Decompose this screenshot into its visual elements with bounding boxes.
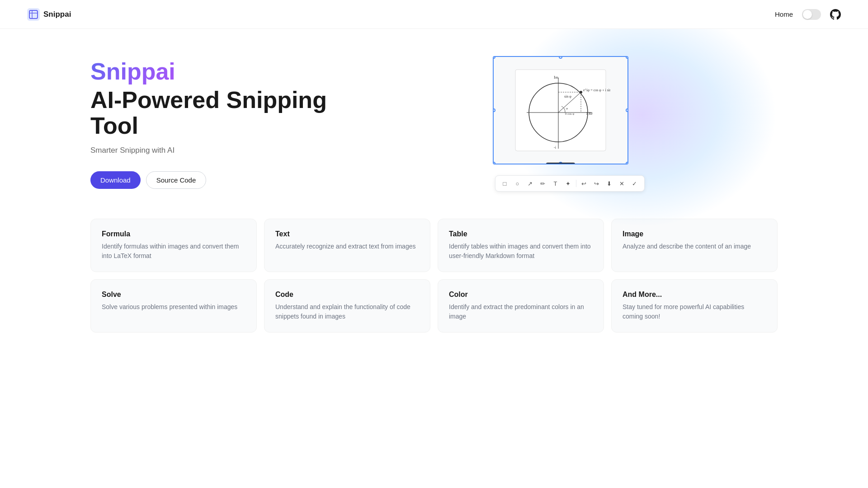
- feature-card-color: Color Identify and extract the predomina…: [438, 279, 604, 333]
- nav-home-link[interactable]: Home: [775, 10, 793, 18]
- svg-text:sin φ: sin φ: [564, 94, 571, 99]
- hero-buttons: Download Source Code: [90, 171, 362, 189]
- toolbar-undo-icon[interactable]: ↩: [579, 178, 589, 188]
- math-diagram: Im e^iφ = cos φ + i sin φ sin φ 0 cos φ …: [511, 65, 610, 155]
- feature-title: Image: [623, 230, 766, 238]
- toolbar-circle-icon[interactable]: ○: [513, 178, 523, 188]
- handle-tr[interactable]: [626, 56, 628, 59]
- feature-title: Color: [449, 291, 593, 299]
- snip-preview: Im e^iφ = cos φ + i sin φ sin φ 0 cos φ …: [493, 56, 646, 192]
- toolbar-redo-icon[interactable]: ↪: [592, 178, 602, 188]
- theme-toggle-knob: [803, 10, 812, 19]
- download-button[interactable]: Download: [90, 171, 141, 189]
- hero-brand: Snippai: [90, 58, 175, 84]
- feature-title: Solve: [102, 291, 245, 299]
- toolbar-magic-icon[interactable]: ✦: [563, 178, 573, 188]
- feature-desc: Understand and explain the functionality…: [275, 302, 419, 321]
- toolbar-rect-icon[interactable]: □: [500, 178, 510, 188]
- feature-desc: Solve various problems presented within …: [102, 302, 245, 312]
- feature-title: Code: [275, 291, 419, 299]
- feature-card-table: Table Identify tables within images and …: [438, 219, 604, 272]
- logo-area[interactable]: Snippai: [27, 8, 71, 21]
- theme-toggle[interactable]: [802, 9, 821, 20]
- toolbar-check-icon[interactable]: ✓: [630, 178, 640, 188]
- feature-desc: Analyze and describe the content of an i…: [623, 242, 766, 251]
- svg-text:1  Re: 1 Re: [586, 112, 593, 116]
- feature-desc: Identify formulas within images and conv…: [102, 242, 245, 261]
- dimension-badge: 237 × 236: [546, 163, 575, 164]
- feature-card-image: Image Analyze and describe the content o…: [611, 219, 778, 272]
- svg-text:0  cos φ: 0 cos φ: [565, 112, 574, 116]
- hero-subtitle: Smarter Snipping with AI: [90, 146, 362, 155]
- toolbar-arrow-icon[interactable]: ↗: [525, 178, 535, 188]
- handle-br[interactable]: [626, 162, 628, 164]
- github-icon[interactable]: [830, 9, 841, 20]
- handle-tl[interactable]: [493, 56, 495, 59]
- hero-image-area: Im e^iφ = cos φ + i sin φ sin φ 0 cos φ …: [362, 56, 778, 192]
- app-name: Snippai: [43, 10, 71, 19]
- hero-content: Snippai AI-Powered Snipping Tool Smarter…: [90, 59, 362, 189]
- toolbar-download-icon[interactable]: ⬇: [604, 178, 614, 188]
- feature-desc: Identify tables within images and conver…: [449, 242, 593, 261]
- feature-title: And More...: [623, 291, 766, 299]
- handle-mr[interactable]: [626, 108, 628, 112]
- svg-text:e^iφ = cos φ + i sin φ: e^iφ = cos φ + i sin φ: [583, 88, 610, 92]
- feature-card-formula: Formula Identify formulas within images …: [90, 219, 257, 272]
- svg-text:-i: -i: [554, 145, 557, 150]
- navbar: Snippai Home: [0, 0, 868, 29]
- svg-text:φ: φ: [566, 107, 568, 110]
- svg-text:Im: Im: [554, 75, 558, 80]
- source-code-button[interactable]: Source Code: [146, 171, 207, 189]
- hero-title: AI-Powered Snipping Tool: [90, 87, 362, 139]
- feature-title: Formula: [102, 230, 245, 238]
- feature-title: Text: [275, 230, 419, 238]
- feature-desc: Identify and extract the predominant col…: [449, 302, 593, 321]
- toolbar-divider: [576, 180, 576, 187]
- feature-card-and-more---: And More... Stay tuned for more powerful…: [611, 279, 778, 333]
- features-grid-row1: Formula Identify formulas within images …: [90, 219, 778, 333]
- snip-screenshot: Im e^iφ = cos φ + i sin φ sin φ 0 cos φ …: [493, 56, 628, 164]
- handle-ml[interactable]: [493, 108, 495, 112]
- toolbar-close-icon[interactable]: ✕: [617, 178, 627, 188]
- snippai-logo-icon: [27, 8, 40, 21]
- hero-section: Snippai AI-Powered Snipping Tool Smarter…: [0, 29, 868, 210]
- handle-tc[interactable]: [559, 56, 562, 59]
- toolbar-pen-icon[interactable]: ✏: [538, 178, 548, 188]
- snip-toolbar: □ ○ ↗ ✏ T ✦ ↩ ↪ ⬇ ✕ ✓: [495, 175, 645, 192]
- handle-bl[interactable]: [493, 162, 495, 164]
- features-section: Formula Identify formulas within images …: [0, 210, 868, 360]
- feature-title: Table: [449, 230, 593, 238]
- feature-card-solve: Solve Solve various problems presented w…: [90, 279, 257, 333]
- nav-right: Home: [775, 9, 841, 20]
- feature-card-text: Text Accurately recognize and extract te…: [264, 219, 430, 272]
- feature-card-code: Code Understand and explain the function…: [264, 279, 430, 333]
- feature-desc: Accurately recognize and extract text fr…: [275, 242, 419, 251]
- toolbar-text-icon[interactable]: T: [551, 178, 561, 188]
- feature-desc: Stay tuned for more powerful AI capabili…: [623, 302, 766, 321]
